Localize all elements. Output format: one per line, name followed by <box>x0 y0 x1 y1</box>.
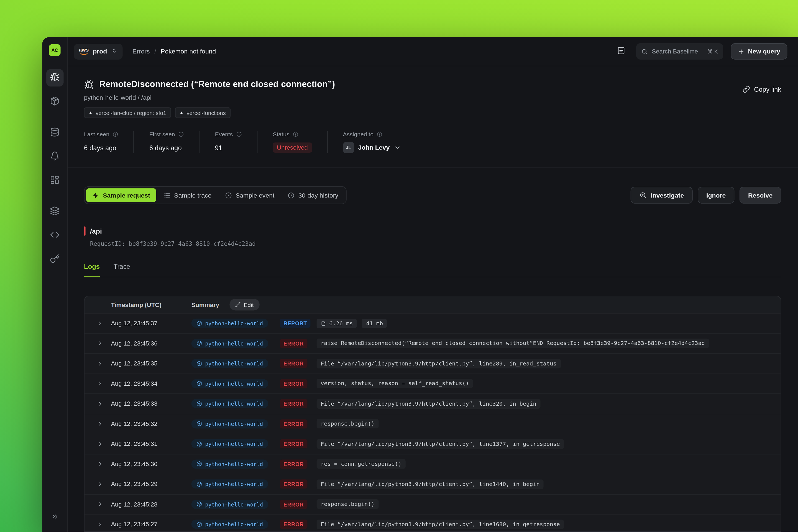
notebook-button[interactable] <box>614 44 628 58</box>
sample-tab-30-day-history[interactable]: 30-day history <box>282 188 344 202</box>
sidebar-item-bell[interactable] <box>46 148 63 165</box>
column-timestamp: Timestamp (UTC) <box>111 301 191 308</box>
search-box[interactable]: ⌘ K <box>636 43 723 60</box>
workspace-avatar[interactable]: AC <box>49 44 60 56</box>
log-level-badge: ERROR <box>280 399 307 408</box>
sidebar-item-database[interactable] <box>46 124 63 141</box>
row-expand-button[interactable] <box>89 380 111 387</box>
log-message: File “/var/lang/lib/python3.9/http/clien… <box>317 359 560 368</box>
service-badge[interactable]: python-hello-world <box>191 339 268 348</box>
sidebar-collapse-button[interactable] <box>47 510 62 525</box>
resolve-button[interactable]: Resolve <box>740 187 781 204</box>
log-row[interactable]: Aug 12, 23:45:30python-hello-worldERRORr… <box>84 454 781 474</box>
investigate-button[interactable]: Investigate <box>630 187 693 204</box>
chevron-down-icon <box>394 144 401 151</box>
column-summary: Summary <box>191 301 219 308</box>
stat-label: Status <box>273 131 289 137</box>
sidebar-item-key[interactable] <box>46 251 63 268</box>
log-row[interactable]: Aug 12, 23:45:32python-hello-worldERRORr… <box>84 414 781 434</box>
dashboard-icon <box>50 175 60 186</box>
new-query-button[interactable]: New query <box>731 43 787 60</box>
issue-header: RemoteDisconnected (“Remote end closed c… <box>68 66 798 168</box>
aws-word: aws <box>79 48 89 52</box>
cube-icon <box>196 441 202 446</box>
row-expand-button[interactable] <box>89 400 111 407</box>
service-badge[interactable]: python-hello-world <box>191 499 268 509</box>
tag-row: ▲vercel-fan-club / region: sfo1▲vercel-f… <box>84 108 781 118</box>
log-row[interactable]: Aug 12, 23:45:28python-hello-worldERRORr… <box>84 494 781 515</box>
row-expand-button[interactable] <box>89 320 111 327</box>
search-input[interactable] <box>652 48 703 55</box>
sidebar-item-bug[interactable] <box>46 69 63 87</box>
row-expand-button[interactable] <box>89 501 111 508</box>
sample-tab-sample-event[interactable]: Sample event <box>218 188 280 202</box>
row-expand-button[interactable] <box>89 521 111 528</box>
service-badge[interactable]: python-hello-world <box>191 520 268 529</box>
sidebar-item-layers[interactable] <box>46 203 63 220</box>
bell-icon <box>50 151 60 163</box>
deployment-tag: ▲vercel-fan-club / region: sfo1 <box>84 108 171 118</box>
cube-icon <box>196 421 202 426</box>
sample-tab-sample-trace[interactable]: Sample trace <box>157 188 218 202</box>
sidebar-item-package[interactable] <box>46 93 63 110</box>
content: Sample requestSample traceSample event30… <box>68 168 798 532</box>
log-message: version, status, reason = self_read_stat… <box>317 379 473 388</box>
service-badge[interactable]: python-hello-world <box>191 439 268 449</box>
view-tab-logs[interactable]: Logs <box>84 263 100 277</box>
log-level-badge: ERROR <box>280 439 307 449</box>
log-timestamp: Aug 12, 23:45:29 <box>111 480 191 488</box>
log-row[interactable]: Aug 12, 23:45:35python-hello-worldERRORF… <box>84 354 781 374</box>
row-expand-button[interactable] <box>89 440 111 447</box>
service-badge[interactable]: python-hello-world <box>191 459 268 469</box>
sample-tab-sample-request[interactable]: Sample request <box>86 188 156 202</box>
stat-label: First seen <box>149 131 175 137</box>
service-badge[interactable]: python-hello-world <box>191 359 268 368</box>
action-label: Investigate <box>651 192 684 199</box>
assignee-selector[interactable]: JLJohn Levy <box>343 142 401 153</box>
tag-label: vercel-functions <box>187 110 226 116</box>
service-name: python-hello-world <box>205 320 263 326</box>
app-window: AC aws prod Errors / Pokem <box>42 37 798 532</box>
log-summary-cell: 6.26 ms41 mb <box>317 318 781 328</box>
row-expand-button[interactable] <box>89 421 111 427</box>
bug-icon <box>50 72 60 83</box>
environment-selector[interactable]: aws prod <box>74 43 123 59</box>
cube-icon <box>196 401 202 406</box>
service-badge[interactable]: python-hello-world <box>191 379 268 388</box>
cube-icon <box>196 481 202 487</box>
request-id: RequestID: be8f3e39-9c27-4a63-8810-cf2e4… <box>90 240 781 247</box>
sidebar-item-dashboard[interactable] <box>46 172 63 189</box>
ignore-button[interactable]: Ignore <box>698 187 735 204</box>
copy-link-label: Copy link <box>754 86 781 93</box>
service-badge[interactable]: python-hello-world <box>191 480 268 489</box>
row-expand-button[interactable] <box>89 360 111 367</box>
log-row[interactable]: Aug 12, 23:45:27python-hello-worldERRORF… <box>84 515 781 532</box>
row-expand-button[interactable] <box>89 481 111 488</box>
log-row[interactable]: Aug 12, 23:45:31python-hello-worldERRORF… <box>84 434 781 454</box>
breadcrumb-current: Pokemon not found <box>161 48 216 55</box>
log-row[interactable]: Aug 12, 23:45:36python-hello-worldERRORr… <box>84 334 781 354</box>
logs-table: Timestamp (UTC) Summary Edit Aug 12, 23:… <box>84 296 781 532</box>
stat-label: Last seen <box>84 131 110 137</box>
aws-logo-icon: aws <box>79 48 89 55</box>
row-expand-button[interactable] <box>89 461 111 468</box>
metric-chip: 41 mb <box>362 318 387 328</box>
database-icon <box>50 127 60 138</box>
sidebar-item-code[interactable] <box>46 227 63 244</box>
log-row[interactable]: Aug 12, 23:45:37python-hello-worldREPORT… <box>84 314 781 334</box>
edit-columns-button[interactable]: Edit <box>229 299 259 310</box>
log-row[interactable]: Aug 12, 23:45:34python-hello-worldERRORv… <box>84 374 781 394</box>
clock-icon <box>288 192 295 199</box>
log-row[interactable]: Aug 12, 23:45:29python-hello-worldERRORF… <box>84 474 781 495</box>
log-row[interactable]: Aug 12, 23:45:33python-hello-worldERRORF… <box>84 394 781 414</box>
key-icon <box>50 254 60 265</box>
service-badge[interactable]: python-hello-world <box>191 319 268 328</box>
view-tab-trace[interactable]: Trace <box>114 263 130 277</box>
log-summary-cell: File “/var/lang/lib/python3.9/http/clien… <box>317 479 781 489</box>
breadcrumb-section[interactable]: Errors <box>132 48 150 55</box>
view-tabs: LogsTrace <box>84 263 781 277</box>
service-badge[interactable]: python-hello-world <box>191 399 268 408</box>
copy-link-button[interactable]: Copy link <box>742 86 781 93</box>
service-badge[interactable]: python-hello-world <box>191 419 268 429</box>
row-expand-button[interactable] <box>89 340 111 347</box>
